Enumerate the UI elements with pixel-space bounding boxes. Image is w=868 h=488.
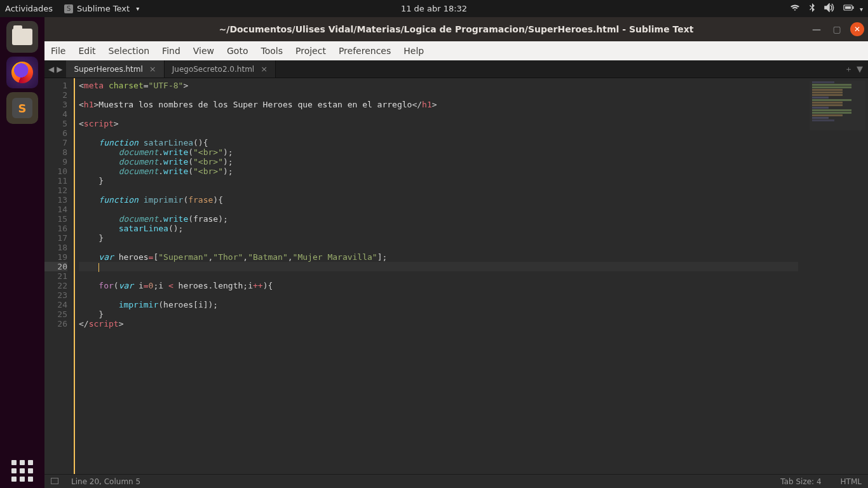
svg-rect-2: [852, 6, 853, 9]
close-button[interactable]: ✕: [850, 22, 864, 36]
bluetooth-icon[interactable]: [809, 3, 815, 14]
menu-help[interactable]: Help: [403, 46, 424, 56]
menu-find[interactable]: Find: [162, 46, 180, 56]
active-app-name: Sublime Text: [77, 4, 130, 13]
tab-bar: ◀ ▶ SuperHeroes.html × JuegoSecreto2.0.h…: [44, 60, 868, 78]
tab-juegosecreto[interactable]: JuegoSecreto2.0.html ×: [165, 60, 276, 78]
firefox-icon: [11, 62, 33, 83]
cursor-position[interactable]: Line 20, Column 5: [71, 477, 140, 486]
window-titlebar[interactable]: ~/Documentos/Ulises Vidal/Materias/Logic…: [44, 17, 868, 41]
dock-show-applications[interactable]: [11, 460, 33, 482]
active-app-menu[interactable]: S Sublime Text: [64, 4, 139, 13]
tab-label: JuegoSecreto2.0.html: [172, 65, 254, 74]
apps-grid-icon: [11, 460, 33, 482]
close-icon[interactable]: ×: [149, 64, 156, 74]
minimize-button[interactable]: —: [810, 22, 824, 36]
maximize-button[interactable]: ▢: [830, 22, 844, 36]
sublime-small-icon: S: [64, 4, 73, 13]
minimap-preview: [810, 81, 865, 130]
code-content[interactable]: <meta charset="UTF-8"> <h1>Muestra los n…: [74, 78, 798, 474]
volume-icon[interactable]: [824, 3, 834, 14]
status-bar: Line 20, Column 5 Tab Size: 4 HTML: [44, 474, 868, 488]
tab-label: SuperHeroes.html: [74, 65, 142, 74]
menu-view[interactable]: View: [193, 46, 214, 56]
new-tab-button[interactable]: ＋: [844, 64, 853, 75]
menu-project[interactable]: Project: [295, 46, 326, 56]
dock-files[interactable]: [6, 21, 38, 53]
tab-size-setting[interactable]: Tab Size: 4: [780, 477, 821, 486]
folder-icon: [12, 29, 32, 45]
sublime-window: ~/Documentos/Ulises Vidal/Materias/Logic…: [44, 17, 868, 488]
window-title: ~/Documentos/Ulises Vidal/Materias/Logic…: [219, 24, 694, 34]
gnome-top-panel: Actividades S Sublime Text 11 de abr 18:…: [0, 0, 868, 17]
close-icon[interactable]: ×: [261, 64, 268, 74]
menu-goto[interactable]: Goto: [227, 46, 248, 56]
launcher-dock: S: [0, 17, 44, 488]
tab-superheroes[interactable]: SuperHeroes.html ×: [66, 60, 164, 78]
menu-edit[interactable]: Edit: [78, 46, 95, 56]
menu-preferences[interactable]: Preferences: [339, 46, 391, 56]
dock-sublime[interactable]: S: [6, 92, 38, 124]
dock-firefox[interactable]: [6, 57, 38, 88]
menu-tools[interactable]: Tools: [261, 46, 283, 56]
editor-area[interactable]: 1234567891011121314151617181920212223242…: [44, 78, 868, 474]
menu-selection[interactable]: Selection: [109, 46, 150, 56]
tab-history-forward[interactable]: ▶: [57, 65, 62, 74]
tab-history-back[interactable]: ◀: [48, 65, 54, 74]
menu-file[interactable]: File: [51, 46, 65, 56]
sublime-icon: S: [12, 98, 32, 118]
svg-rect-1: [845, 6, 851, 9]
line-number-gutter[interactable]: 1234567891011121314151617181920212223242…: [44, 78, 74, 474]
wifi-icon[interactable]: [790, 4, 800, 13]
menu-bar: File Edit Selection Find View Goto Tools…: [44, 41, 868, 60]
minimap[interactable]: [798, 78, 868, 474]
activities-button[interactable]: Actividades: [5, 4, 53, 13]
clock[interactable]: 11 de abr 18:32: [401, 4, 467, 13]
sidebar-toggle-icon[interactable]: [51, 477, 62, 486]
power-menu[interactable]: [843, 4, 863, 13]
syntax-setting[interactable]: HTML: [841, 477, 862, 486]
tab-overflow-button[interactable]: ▼: [857, 64, 863, 74]
